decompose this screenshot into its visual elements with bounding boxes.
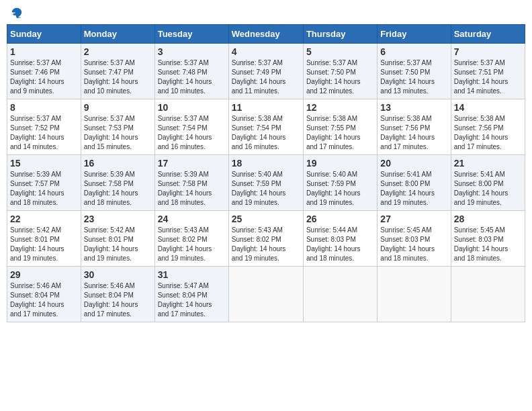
day-number: 13 (380, 102, 447, 113)
day-number: 31 (158, 269, 226, 280)
calendar-cell: 15Sunrise: 5:39 AMSunset: 7:57 PMDayligh… (7, 155, 81, 211)
calendar-cell: 23Sunrise: 5:42 AMSunset: 8:01 PMDayligh… (81, 211, 154, 267)
day-number: 2 (84, 46, 152, 57)
calendar-cell: 25Sunrise: 5:43 AMSunset: 8:02 PMDayligh… (228, 211, 303, 267)
day-info: Sunrise: 5:43 AMSunset: 8:02 PMDaylight:… (158, 226, 226, 263)
calendar-cell: 13Sunrise: 5:38 AMSunset: 7:56 PMDayligh… (378, 99, 451, 155)
day-info: Sunrise: 5:40 AMSunset: 7:59 PMDaylight:… (306, 170, 374, 208)
day-info: Sunrise: 5:37 AMSunset: 7:50 PMDaylight:… (380, 58, 447, 96)
day-number: 29 (10, 269, 78, 280)
day-number: 14 (454, 102, 522, 113)
day-number: 10 (158, 102, 226, 113)
day-info: Sunrise: 5:44 AMSunset: 8:03 PMDaylight:… (306, 226, 374, 263)
day-info: Sunrise: 5:37 AMSunset: 7:47 PMDaylight:… (84, 58, 152, 96)
day-number: 26 (306, 214, 374, 224)
calendar-cell: 24Sunrise: 5:43 AMSunset: 8:02 PMDayligh… (154, 211, 228, 267)
calendar-cell: 20Sunrise: 5:41 AMSunset: 8:00 PMDayligh… (378, 155, 451, 211)
calendar-cell: 11Sunrise: 5:38 AMSunset: 7:54 PMDayligh… (228, 99, 303, 155)
calendar-cell: 9Sunrise: 5:37 AMSunset: 7:53 PMDaylight… (81, 99, 154, 155)
calendar-cell: 6Sunrise: 5:37 AMSunset: 7:50 PMDaylight… (378, 44, 451, 99)
calendar-cell: 31Sunrise: 5:47 AMSunset: 8:04 PMDayligh… (154, 267, 228, 322)
day-number: 9 (84, 102, 152, 113)
day-info: Sunrise: 5:38 AMSunset: 7:54 PMDaylight:… (232, 114, 300, 152)
day-number: 8 (10, 102, 78, 113)
calendar-cell: 17Sunrise: 5:39 AMSunset: 7:58 PMDayligh… (154, 155, 228, 211)
calendar-cell: 7Sunrise: 5:37 AMSunset: 7:51 PMDaylight… (451, 44, 525, 99)
day-number: 16 (84, 158, 152, 169)
logo-bird-icon (11, 7, 23, 19)
day-info: Sunrise: 5:46 AMSunset: 8:04 PMDaylight:… (84, 281, 152, 319)
day-info: Sunrise: 5:37 AMSunset: 7:49 PMDaylight:… (232, 58, 300, 96)
calendar-cell: 10Sunrise: 5:37 AMSunset: 7:54 PMDayligh… (154, 99, 228, 155)
day-number: 22 (10, 214, 78, 224)
day-number: 12 (306, 102, 374, 113)
calendar-cell: 30Sunrise: 5:46 AMSunset: 8:04 PMDayligh… (81, 267, 154, 322)
day-number: 27 (380, 214, 447, 224)
day-number: 28 (454, 214, 522, 224)
calendar-week-row: 29Sunrise: 5:46 AMSunset: 8:04 PMDayligh… (7, 267, 525, 322)
day-info: Sunrise: 5:40 AMSunset: 7:59 PMDaylight:… (232, 170, 300, 208)
day-info: Sunrise: 5:38 AMSunset: 7:56 PMDaylight:… (454, 114, 522, 152)
calendar-cell: 8Sunrise: 5:37 AMSunset: 7:52 PMDaylight… (7, 99, 81, 155)
calendar-cell: 27Sunrise: 5:45 AMSunset: 8:03 PMDayligh… (378, 211, 451, 267)
calendar-cell (303, 267, 377, 322)
header (7, 7, 525, 19)
day-info: Sunrise: 5:37 AMSunset: 7:50 PMDaylight:… (306, 58, 374, 96)
day-header-saturday: Saturday (451, 25, 525, 44)
day-number: 21 (454, 158, 522, 169)
calendar-cell: 18Sunrise: 5:40 AMSunset: 7:59 PMDayligh… (228, 155, 303, 211)
day-number: 20 (380, 158, 447, 169)
day-number: 25 (232, 214, 300, 224)
calendar-cell: 16Sunrise: 5:39 AMSunset: 7:58 PMDayligh… (81, 155, 154, 211)
calendar-cell: 14Sunrise: 5:38 AMSunset: 7:56 PMDayligh… (451, 99, 525, 155)
day-number: 23 (84, 214, 152, 224)
day-number: 3 (158, 46, 226, 57)
day-number: 18 (232, 158, 300, 169)
calendar-cell (378, 267, 451, 322)
day-info: Sunrise: 5:42 AMSunset: 8:01 PMDaylight:… (84, 226, 152, 263)
calendar-week-row: 15Sunrise: 5:39 AMSunset: 7:57 PMDayligh… (7, 155, 525, 211)
day-number: 24 (158, 214, 226, 224)
day-info: Sunrise: 5:41 AMSunset: 8:00 PMDaylight:… (380, 170, 447, 208)
day-info: Sunrise: 5:39 AMSunset: 7:58 PMDaylight:… (84, 170, 152, 208)
calendar-cell: 2Sunrise: 5:37 AMSunset: 7:47 PMDaylight… (81, 44, 154, 99)
day-number: 11 (232, 102, 300, 113)
calendar-week-row: 1Sunrise: 5:37 AMSunset: 7:46 PMDaylight… (7, 44, 525, 99)
day-info: Sunrise: 5:37 AMSunset: 7:48 PMDaylight:… (158, 58, 226, 96)
day-info: Sunrise: 5:39 AMSunset: 7:57 PMDaylight:… (10, 170, 78, 208)
day-number: 19 (306, 158, 374, 169)
calendar-cell: 28Sunrise: 5:45 AMSunset: 8:03 PMDayligh… (451, 211, 525, 267)
day-info: Sunrise: 5:47 AMSunset: 8:04 PMDaylight:… (158, 281, 226, 319)
day-info: Sunrise: 5:37 AMSunset: 7:54 PMDaylight:… (158, 114, 226, 152)
day-number: 6 (380, 46, 447, 57)
day-number: 5 (306, 46, 374, 57)
calendar-cell: 5Sunrise: 5:37 AMSunset: 7:50 PMDaylight… (303, 44, 377, 99)
day-header-sunday: Sunday (7, 25, 81, 44)
calendar-cell: 3Sunrise: 5:37 AMSunset: 7:48 PMDaylight… (154, 44, 228, 99)
calendar-cell: 29Sunrise: 5:46 AMSunset: 8:04 PMDayligh… (7, 267, 81, 322)
calendar-cell: 1Sunrise: 5:37 AMSunset: 7:46 PMDaylight… (7, 44, 81, 99)
day-header-wednesday: Wednesday (228, 25, 303, 44)
calendar-cell (228, 267, 303, 322)
calendar-cell: 19Sunrise: 5:40 AMSunset: 7:59 PMDayligh… (303, 155, 377, 211)
day-info: Sunrise: 5:46 AMSunset: 8:04 PMDaylight:… (10, 281, 78, 319)
day-info: Sunrise: 5:37 AMSunset: 7:46 PMDaylight:… (10, 58, 78, 96)
calendar-cell: 22Sunrise: 5:42 AMSunset: 8:01 PMDayligh… (7, 211, 81, 267)
day-info: Sunrise: 5:43 AMSunset: 8:02 PMDaylight:… (232, 226, 300, 263)
day-info: Sunrise: 5:45 AMSunset: 8:03 PMDaylight:… (380, 226, 447, 263)
day-header-monday: Monday (81, 25, 154, 44)
day-info: Sunrise: 5:37 AMSunset: 7:52 PMDaylight:… (10, 114, 78, 152)
calendar-cell: 26Sunrise: 5:44 AMSunset: 8:03 PMDayligh… (303, 211, 377, 267)
day-info: Sunrise: 5:41 AMSunset: 8:00 PMDaylight:… (454, 170, 522, 208)
day-header-friday: Friday (378, 25, 451, 44)
logo (9, 7, 23, 19)
day-info: Sunrise: 5:45 AMSunset: 8:03 PMDaylight:… (454, 226, 522, 263)
calendar-week-row: 22Sunrise: 5:42 AMSunset: 8:01 PMDayligh… (7, 211, 525, 267)
day-number: 30 (84, 269, 152, 280)
day-info: Sunrise: 5:38 AMSunset: 7:55 PMDaylight:… (306, 114, 374, 152)
day-number: 4 (232, 46, 300, 57)
day-number: 1 (10, 46, 78, 57)
day-number: 15 (10, 158, 78, 169)
day-number: 17 (158, 158, 226, 169)
day-info: Sunrise: 5:42 AMSunset: 8:01 PMDaylight:… (10, 226, 78, 263)
